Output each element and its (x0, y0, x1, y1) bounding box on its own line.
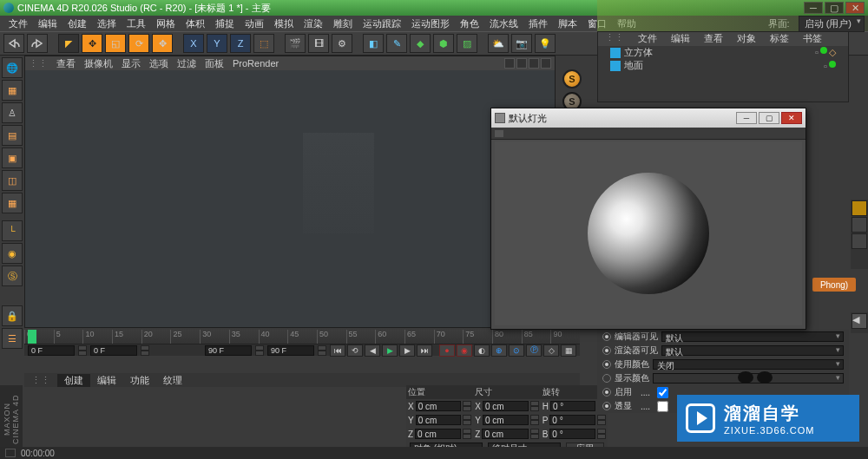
deformer-button[interactable]: ▨ (457, 34, 477, 53)
dock-icon[interactable] (852, 200, 867, 216)
environment-button[interactable]: ⛅ (488, 34, 509, 53)
pos-x-input[interactable]: 0 cm (416, 401, 462, 411)
take-badge-icon[interactable]: S (562, 69, 582, 89)
rot-b-input[interactable]: 0 ° (549, 429, 595, 439)
xray-checkbox[interactable] (657, 401, 668, 412)
layer-button[interactable]: ☰ (2, 328, 23, 349)
loop-button[interactable]: ⟲ (347, 344, 363, 357)
om-tab-file[interactable]: 文件 (631, 32, 664, 46)
menu-create[interactable]: 创建 (62, 17, 92, 30)
axis-x-button[interactable]: X (183, 34, 204, 53)
om-tab-objects[interactable]: 对象 (730, 32, 763, 46)
tab-create[interactable]: 创建 (57, 374, 90, 387)
object-row-cube[interactable]: 立方体 ▫◇ (598, 46, 848, 59)
vp-panel[interactable]: 面板 (205, 57, 224, 70)
menu-render[interactable]: 渲染 (299, 17, 328, 30)
menu-sim[interactable]: 模拟 (269, 17, 299, 30)
vp-filter[interactable]: 过滤 (177, 57, 196, 70)
radio-icon[interactable] (602, 388, 611, 397)
tab-texture[interactable]: 纹理 (156, 374, 189, 387)
nurbs-button[interactable]: ◆ (410, 34, 431, 53)
camera-button[interactable]: 📷 (511, 34, 532, 53)
editor-vis-select[interactable]: 默认 (661, 331, 844, 342)
point-mode-button[interactable]: ▣ (2, 148, 23, 168)
size-y-input[interactable]: 0 cm (483, 415, 529, 425)
render-pv-button[interactable]: 🎞 (308, 34, 329, 53)
pos-y-input[interactable]: 0 cm (416, 415, 462, 425)
menu-anim[interactable]: 动画 (240, 17, 269, 30)
menu-script[interactable]: 脚本 (553, 17, 582, 30)
axis-y-button[interactable]: Y (207, 34, 227, 53)
om-tab-view[interactable]: 查看 (697, 32, 730, 46)
lasttool-button[interactable]: ✥ (152, 34, 173, 53)
om-tab-tags[interactable]: 标签 (763, 32, 796, 46)
generator-button[interactable]: ⬢ (433, 34, 454, 53)
prev-frame-button[interactable]: ◀ (365, 344, 380, 357)
menu-snap[interactable]: 捕捉 (210, 17, 240, 30)
goto-end-button[interactable]: ⏭ (417, 344, 432, 357)
radio-icon[interactable] (602, 346, 611, 355)
popup-titlebar[interactable]: 默认灯光 ─ ▢ ✕ (491, 108, 806, 128)
render-view-button[interactable]: 🎬 (285, 34, 306, 53)
menu-plugins[interactable]: 插件 (523, 17, 553, 30)
menu-tools[interactable]: 工具 (122, 17, 151, 30)
menu-volume[interactable]: 体积 (181, 17, 210, 30)
dock-icon[interactable] (852, 233, 867, 249)
key-rot-button[interactable]: Ⓟ (526, 344, 542, 357)
dock-icon[interactable] (852, 217, 867, 233)
poly-mode-button[interactable]: ▦ (2, 193, 23, 213)
phong-tag[interactable]: Phong) (812, 278, 856, 292)
viewport-solo-button[interactable]: ◉ (2, 243, 23, 264)
size-z-input[interactable]: 0 cm (482, 429, 528, 439)
make-editable-button[interactable]: 🌐 (2, 57, 23, 78)
vp-nav-icon[interactable] (504, 58, 515, 69)
move-tool[interactable]: ✥ (82, 34, 102, 53)
drag-handle-icon[interactable] (495, 130, 503, 137)
menu-mograph[interactable]: 运动图形 (406, 17, 455, 30)
popup-maximize-button[interactable]: ▢ (759, 112, 779, 124)
lock-button[interactable]: 🔒 (2, 305, 23, 326)
record-button[interactable]: ● (439, 344, 455, 357)
popup-close-button[interactable]: ✕ (781, 112, 802, 124)
render-vis-select[interactable]: 默认 (661, 345, 844, 356)
om-tab-edit[interactable]: 编辑 (664, 32, 697, 46)
radio-icon[interactable] (602, 374, 611, 383)
autokey-button[interactable]: ◉ (457, 344, 472, 357)
play-button[interactable]: ▶ (382, 344, 398, 357)
key-scale-button[interactable]: ⊙ (509, 344, 524, 357)
render-settings-button[interactable]: ⚙ (332, 34, 352, 53)
select-tool[interactable]: ◤ (58, 34, 79, 53)
menu-mesh[interactable]: 网格 (151, 17, 181, 30)
frame-start-input[interactable]: 0 F (28, 345, 75, 356)
default-light-window[interactable]: 默认灯光 ─ ▢ ✕ (490, 108, 806, 330)
rotate-tool[interactable]: ⟳ (128, 34, 149, 53)
next-frame-button[interactable]: ▶ (399, 344, 415, 357)
dock-icon[interactable]: ◀ (852, 313, 867, 329)
undo-button[interactable] (3, 34, 24, 53)
coord-sys-button[interactable]: ⬚ (253, 34, 274, 53)
light-button[interactable]: 💡 (535, 34, 556, 53)
edge-mode-button[interactable]: ◫ (2, 170, 23, 191)
snap-toggle-button[interactable]: Ⓢ (2, 266, 23, 286)
radio-icon[interactable] (602, 402, 611, 410)
menu-sculpt[interactable]: 雕刻 (328, 17, 358, 30)
key-sel-button[interactable]: ◐ (474, 344, 490, 357)
axis-mode-button[interactable]: └ (2, 220, 23, 241)
model-mode-button[interactable]: ▦ (2, 80, 23, 101)
pos-z-input[interactable]: 0 cm (415, 429, 461, 439)
vp-nav-icon[interactable] (529, 58, 539, 69)
radio-icon[interactable] (602, 332, 611, 341)
vp-options[interactable]: 选项 (149, 57, 168, 70)
popup-minimize-button[interactable]: ─ (736, 112, 757, 124)
menu-pipeline[interactable]: 流水线 (484, 17, 523, 30)
cube-primitive-button[interactable]: ◧ (363, 34, 384, 53)
menu-char[interactable]: 角色 (455, 17, 484, 30)
radio-icon[interactable] (602, 360, 611, 369)
enable-checkbox[interactable] (657, 387, 668, 398)
key-pos-button[interactable]: ⊕ (491, 344, 507, 357)
size-x-input[interactable]: 0 cm (483, 401, 529, 411)
playhead[interactable] (28, 330, 36, 344)
frame-max-input[interactable]: 90 F (267, 345, 314, 356)
light-preview[interactable] (495, 141, 802, 325)
use-color-select[interactable]: 关闭 (653, 359, 844, 370)
